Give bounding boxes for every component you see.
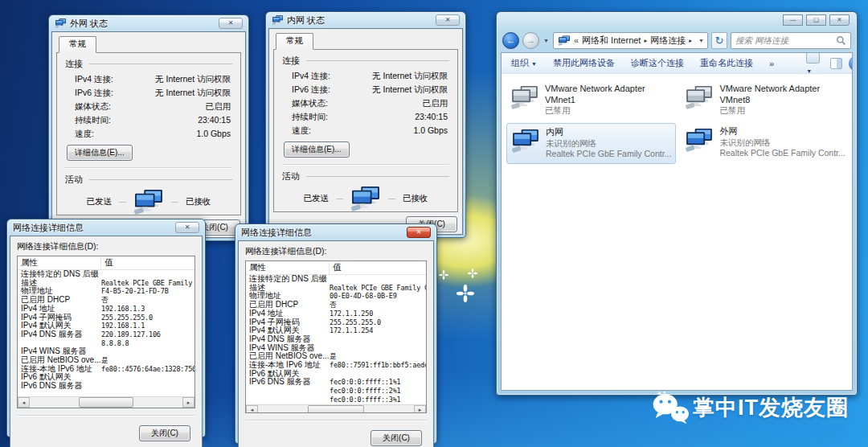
details-button[interactable]: 详细信息(E)... [67, 145, 133, 161]
dialog-titlebar[interactable]: 外网 状态 ✕ [51, 15, 246, 31]
preview-pane-button[interactable] [830, 58, 841, 69]
explorer-titlebar[interactable]: — ▢ ✕ [501, 12, 853, 28]
detail-row[interactable]: 8.8.8.8 [18, 339, 194, 348]
close-button[interactable]: ✕ [436, 14, 460, 26]
detail-row[interactable]: IPv4 地址172.1.1.250 [246, 310, 426, 318]
scroll-right-icon[interactable]: ▸ [414, 405, 426, 413]
back-button[interactable]: ← [502, 32, 519, 49]
detail-row[interactable]: IPv4 默认网关172.1.1.254 [246, 326, 426, 335]
breadcrumb-collapse-chevrons[interactable]: « [574, 35, 579, 45]
list-label: 网络连接详细信息(D): [245, 246, 427, 257]
adapter-wan[interactable]: 外网 未识别的网络 Realtek PCIe GbE Family Contr.… [681, 123, 849, 164]
detail-row[interactable]: 连接-本地 IPv6 地址fe80::7591:ff1b:bbf5:aede%1… [246, 361, 426, 370]
scroll-left-icon[interactable]: ◂ [246, 405, 258, 413]
detail-row[interactable]: 描述Realtek PCIe GBE Family Controlle [246, 284, 426, 293]
dialog-title: 网络连接详细信息 [13, 222, 84, 234]
breadcrumb-network-and-internet[interactable]: 网络和 Internet [582, 35, 641, 47]
detail-row[interactable]: IPv4 子网掩码255.255.255.0 [246, 318, 426, 327]
address-bar[interactable]: « 网络和 Internet ▸ 网络连接 ▸ ▼ [553, 32, 708, 49]
scroll-right-icon[interactable]: ▸ [182, 397, 194, 408]
close-button[interactable]: ✕ [829, 14, 850, 26]
scrollbar-thumb[interactable] [79, 397, 133, 408]
disable-device-button[interactable]: 禁用此网络设备 [553, 57, 615, 69]
activity-header: 已发送 — — 已接收 [282, 185, 449, 212]
minimize-button[interactable]: — [783, 14, 803, 26]
dialog-titlebar[interactable]: 内网 状态 ✕ [268, 12, 463, 28]
detail-row[interactable]: 已启用 DHCP否 [246, 301, 426, 310]
scrollbar-thumb[interactable] [308, 405, 364, 413]
breadcrumb-network-connections[interactable]: 网络连接 [650, 35, 686, 47]
dropdown-icon: ▼ [806, 68, 812, 74]
maximize-button[interactable]: ▢ [806, 14, 826, 26]
status-row: 速度:1.0 Gbps [65, 127, 232, 141]
chevron-right-icon[interactable]: ▸ [644, 37, 647, 44]
rename-connection-button[interactable]: 重命名此连接 [700, 57, 753, 69]
detail-row[interactable]: 已启用 NetBIOS ove...是 [246, 352, 426, 361]
detail-row[interactable]: IPv4 WINS 服务器 [246, 344, 426, 353]
detail-row[interactable]: IPv6 DNS 服务器fec0:0:0:ffff::1%1 [246, 378, 426, 387]
close-dialog-button[interactable]: 关闭(C) [371, 430, 422, 446]
scrollbar-track[interactable] [30, 397, 182, 408]
detail-row[interactable]: 已启用 DHCP否 [18, 296, 194, 305]
address-dropdown-icon[interactable]: ▼ [698, 38, 704, 43]
detail-row[interactable]: IPv4 子网掩码255.255.255.0 [18, 314, 194, 322]
close-button[interactable]: ✕ [407, 227, 431, 238]
detail-row[interactable]: 已启用 NetBIOS ove...是 [18, 356, 194, 365]
close-dialog-button[interactable]: 关闭(C) [139, 425, 190, 441]
status-icon [55, 18, 67, 28]
dialog-titlebar[interactable]: 网络连接详细信息 ✕ [10, 219, 203, 236]
tab-general[interactable]: 常规 [276, 33, 313, 50]
dialog-title: 网络连接详细信息 [241, 227, 312, 239]
recent-pages-dropdown-icon[interactable]: ▼ [542, 38, 550, 43]
status-row: 媒体状态:已启用 [282, 96, 449, 110]
adapter-vmnet8[interactable]: VMware Network Adapter VMnet8 已禁用 [681, 80, 849, 121]
detail-row[interactable]: IPv4 DNS 服务器 [246, 335, 426, 344]
details-button[interactable]: 详细信息(E)... [284, 141, 350, 158]
search-input[interactable] [735, 35, 836, 45]
scrollbar-track[interactable] [258, 405, 414, 413]
details-list[interactable]: 属性 值 连接特定的 DNS 后缀 描述Realtek PCIe GBE Fam… [245, 260, 427, 413]
detail-row[interactable]: 物理地址00-E0-4D-68-0B-E9 [246, 292, 426, 301]
adapter-network: 未识别的网络 [719, 137, 845, 149]
views-button[interactable]: ▼ [806, 52, 824, 75]
help-button[interactable]: ? [849, 57, 853, 70]
detail-row[interactable]: 描述Realtek PCIe GBE Family Controlle [18, 279, 194, 288]
diagnose-connection-button[interactable]: 诊断这个连接 [631, 57, 684, 69]
close-button[interactable]: ✕ [175, 222, 199, 233]
detail-row[interactable]: IPv4 DNS 服务器220.189.127.106 [18, 330, 194, 339]
activity-group-label: 活动 [65, 174, 83, 186]
close-button[interactable]: ✕ [219, 18, 243, 29]
detail-row[interactable]: IPv4 默认网关192.168.1.1 [18, 322, 194, 330]
detail-row[interactable]: fec0:0:0:ffff::2%1 [246, 387, 426, 396]
column-value[interactable]: 值 [101, 256, 117, 269]
detail-row[interactable]: 连接特定的 DNS 后缀 [246, 275, 426, 284]
forward-button[interactable]: → [522, 32, 539, 49]
organize-menu[interactable]: 组织 ▼ [511, 57, 537, 69]
detail-row[interactable]: IPv6 默认网关 [246, 370, 426, 379]
toolbar-overflow-button[interactable]: » [769, 59, 774, 68]
adapter-status: 已禁用 [719, 105, 820, 117]
detail-row[interactable]: IPv6 默认网关 [18, 373, 194, 382]
detail-row[interactable]: IPv4 地址192.168.1.3 [18, 305, 194, 314]
detail-row[interactable]: 物理地址F4-B5-20-21-FD-7B [18, 287, 194, 296]
search-box[interactable] [731, 32, 851, 49]
detail-row[interactable]: IPv6 DNS 服务器 [18, 382, 194, 391]
lan-status-dialog: 内网 状态 ✕ 常规 连接 IPv4 连接:无 Internet 访问权限 IP… [265, 11, 466, 238]
refresh-button[interactable]: ↻ [711, 32, 727, 49]
adapter-vmnet1[interactable]: VMware Network Adapter VMnet1 已禁用 [506, 80, 676, 121]
adapter-lan[interactable]: 内网 未识别的网络 Realtek PCIe GbE Family Contr.… [506, 123, 676, 164]
column-property[interactable]: 属性 [246, 261, 330, 274]
detail-row[interactable]: 连接-本地 IPv6 地址fe80::4576:64ae:1328:7562%1… [18, 365, 194, 374]
chevron-right-icon[interactable]: ▸ [689, 37, 692, 44]
scroll-left-icon[interactable]: ◂ [18, 397, 30, 408]
details-list[interactable]: 属性 值 连接特定的 DNS 后缀 描述Realtek PCIe GBE Fam… [17, 256, 195, 408]
detail-row[interactable]: IPv4 WINS 服务器 [18, 347, 194, 356]
column-property[interactable]: 属性 [18, 256, 101, 269]
dialog-titlebar[interactable]: 网络连接详细信息 ✕ [238, 224, 434, 240]
horizontal-scrollbar[interactable]: ◂ ▸ [246, 404, 426, 413]
tab-general[interactable]: 常规 [59, 36, 96, 53]
column-value[interactable]: 值 [330, 261, 345, 274]
detail-row[interactable]: fec0:0:0:ffff::3%1 [246, 396, 426, 404]
horizontal-scrollbar[interactable]: ◂ ▸ [18, 396, 194, 408]
detail-row[interactable]: 连接特定的 DNS 后缀 [18, 270, 194, 279]
